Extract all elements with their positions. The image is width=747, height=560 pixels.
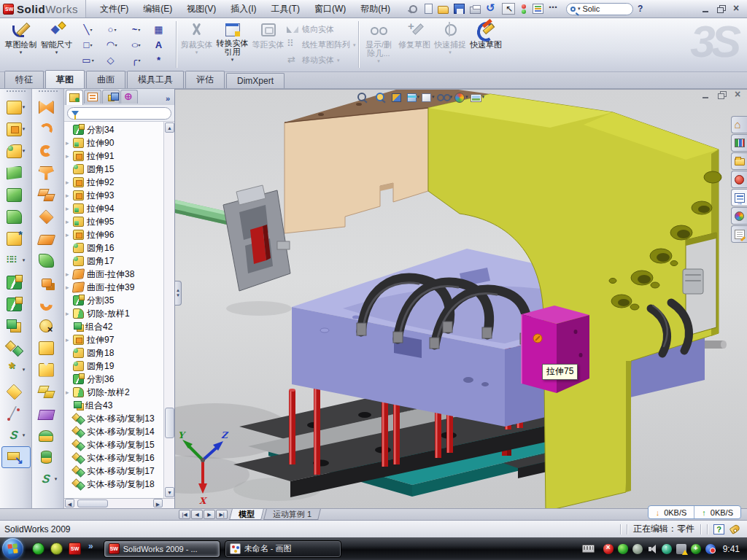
tree-horizontal-scrollbar[interactable]: ◀ ▶ [64, 498, 174, 508]
part-gray-clamp[interactable] [175, 185, 290, 291]
toolbar-button[interactable]: ▾ [1, 206, 31, 228]
toolbar-drag-handle[interactable] [7, 90, 26, 94]
toolbar-button[interactable]: ▾ [1, 271, 31, 293]
tree-item[interactable]: 拉伸97 [64, 333, 163, 346]
command-button[interactable]: 快速捕捉 ▾ [433, 20, 468, 68]
view-tool-button[interactable]: ▾ [374, 91, 390, 103]
quicklaunch-solidworks-icon[interactable] [69, 542, 81, 555]
minimize-button[interactable] [701, 5, 711, 13]
tree-filter-input[interactable] [67, 107, 171, 120]
tree-item[interactable]: 实体-移动/复制16 [64, 451, 163, 464]
tree-item[interactable]: 实体-移动/复制17 [64, 464, 163, 478]
tree-item[interactable]: 实体-移动/复制18 [64, 478, 163, 491]
panel-splitter-handle[interactable]: ▲▼ [175, 281, 182, 306]
bottom-tab[interactable]: 模型 [229, 509, 264, 520]
sketch-entity-button[interactable]: ╲ ▾ [76, 22, 100, 37]
toolbar-button[interactable]: ▾ [1, 381, 31, 402]
tree-vertical-scrollbar[interactable]: ▲ ▼ [163, 122, 174, 498]
tree-item[interactable]: 圆角19 [64, 359, 163, 373]
quicklaunch-ball-icon[interactable] [50, 542, 63, 555]
sync-tray-icon[interactable] [662, 544, 672, 554]
expand-arrow-icon[interactable] [66, 310, 73, 317]
quicklaunch-messenger-icon[interactable] [32, 542, 44, 555]
toolbar-button[interactable]: ▾ [1, 162, 31, 184]
tree-item[interactable]: 拉伸93 [64, 189, 163, 202]
tree-item[interactable]: 实体-移动/复制15 [64, 438, 163, 451]
menu-item[interactable]: 编辑(E) [136, 1, 179, 18]
toolbar-button[interactable]: ▾ [34, 468, 63, 490]
sketch-entity-button[interactable]: * ▾ [148, 52, 172, 68]
view-tool-button[interactable]: ▾ [471, 93, 485, 102]
expand-arrow-icon[interactable] [66, 389, 73, 396]
panel-tab[interactable] [102, 90, 120, 104]
network-warning-tray-icon[interactable] [676, 544, 686, 554]
ribbon-tab[interactable]: DimXpert [226, 73, 285, 88]
scroll-up-button[interactable]: ▲ [165, 122, 174, 133]
tree-item[interactable]: 拉伸91 [64, 149, 163, 163]
task-pane-tab[interactable] [731, 189, 747, 206]
command-button[interactable]: 移动实体 ▾ [286, 53, 356, 67]
view-tool-button[interactable]: ▾ [392, 92, 405, 102]
help-button[interactable]: ? [633, 4, 647, 14]
graphics-viewport[interactable]: Y Z X ▾ ▾ ▾ ▾ [175, 89, 747, 508]
tree-item[interactable]: 圆角17 [64, 254, 163, 268]
expand-arrow-icon[interactable] [66, 179, 73, 186]
toolbar-button[interactable]: ▾ [1, 424, 31, 446]
expand-arrow-icon[interactable] [66, 218, 73, 225]
tree-item[interactable]: 拉伸95 [64, 215, 163, 228]
shield-tray-icon[interactable] [618, 544, 628, 554]
toolbar-button[interactable]: ▾ [34, 249, 63, 271]
quick-tool-button[interactable] [452, 3, 467, 15]
scrollbar-thumb[interactable] [77, 499, 108, 508]
part-magenta-insert[interactable] [522, 306, 589, 393]
security-tray-icon[interactable] [691, 544, 701, 554]
toolbar-button[interactable]: ▾ [1, 446, 31, 468]
doc-minimize-button[interactable] [701, 91, 711, 99]
command-button[interactable]: 显示/删除几... ▾ [361, 20, 397, 68]
task-pane-tab[interactable] [731, 207, 747, 225]
toolbar-button[interactable]: ▾ [34, 118, 63, 140]
prev-tab-button[interactable]: ◀ [191, 510, 203, 519]
panel-more-button[interactable]: » [166, 94, 174, 105]
tree-item[interactable]: 拉伸94 [64, 202, 163, 215]
messenger-tray-icon[interactable] [705, 544, 716, 554]
sketch-entity-button[interactable]: ~ ▾ [124, 22, 148, 37]
command-button[interactable]: 等距实体 ▾ [250, 20, 286, 68]
command-button[interactable]: 镜向实体 ▾ [286, 23, 356, 36]
ribbon-tab[interactable]: 评估 [185, 71, 225, 88]
bottom-tab[interactable]: 运动算例 1 [263, 509, 321, 520]
first-tab-button[interactable]: |◀ [179, 510, 190, 519]
tree-item[interactable]: 组合43 [64, 399, 163, 412]
quick-tool-button[interactable] [468, 4, 483, 15]
command-button[interactable]: 转换实体引用 ▾ [214, 20, 250, 68]
toolbar-button[interactable]: ▾ [34, 381, 63, 402]
tree-item[interactable]: 切除-放样1 [64, 307, 163, 320]
toolbar-button[interactable]: ▾ [34, 162, 63, 184]
tree-item[interactable]: 曲面-拉伸38 [64, 268, 163, 281]
menu-item[interactable]: 帮助(H) [354, 1, 397, 18]
taskbar-clock[interactable]: 9:41 [723, 544, 740, 554]
scroll-left-button[interactable]: ◀ [65, 499, 74, 508]
toolbar-button[interactable]: ▾ [34, 271, 63, 293]
quick-tool-button[interactable] [531, 3, 546, 15]
search-input[interactable]: ▾ Solic [566, 3, 633, 15]
toolbar-drag-handle[interactable] [39, 90, 58, 94]
sketch-entity-button[interactable]: ▭ ▾ [76, 52, 100, 68]
sketch-entity-button[interactable]: □ ▾ [76, 37, 100, 52]
command-button[interactable]: 修复草图 ▾ [397, 20, 433, 68]
toolbar-button[interactable]: ▾ [34, 228, 63, 249]
command-button[interactable]: 快速草图 ▾ [468, 20, 504, 68]
toolbar-button[interactable]: ▾ [1, 228, 31, 249]
tree-item[interactable]: 圆角15 [64, 163, 163, 176]
quick-tool-button[interactable] [484, 3, 499, 15]
toolbar-button[interactable]: ▾ [1, 249, 31, 271]
view-tool-button[interactable]: ▾ [437, 91, 453, 103]
quick-tool-button[interactable] [422, 3, 435, 15]
ribbon-tab[interactable]: 曲面 [86, 71, 125, 88]
toolbar-button[interactable]: ▾ [1, 118, 31, 140]
view-tool-button[interactable]: ▾ [422, 92, 435, 102]
task-pane-tab[interactable] [731, 134, 747, 152]
toolbar-button[interactable]: ▾ [34, 446, 63, 468]
expand-arrow-icon[interactable] [66, 192, 73, 199]
command-button[interactable]: 线性草图阵列 ▾ [286, 38, 356, 52]
